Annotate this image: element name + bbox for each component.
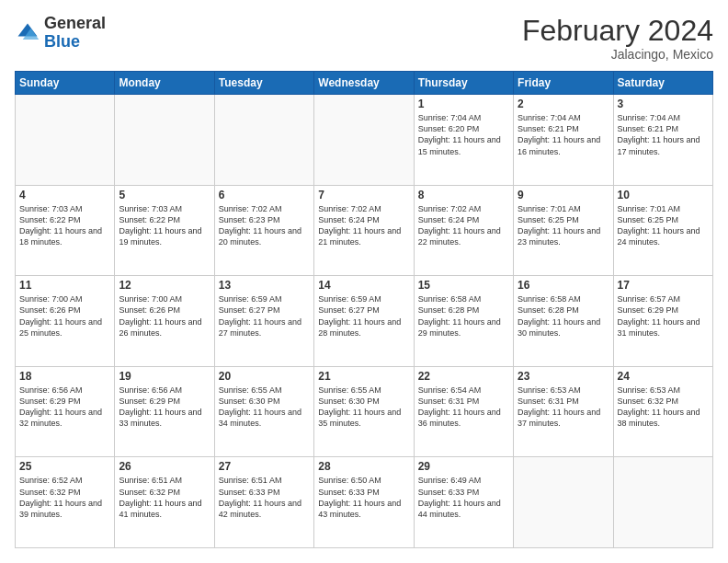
day-number: 28 — [318, 460, 409, 473]
col-friday: Friday — [514, 72, 613, 95]
table-row: 3Sunrise: 7:04 AM Sunset: 6:21 PM Daylig… — [613, 95, 712, 186]
calendar-week-row: 1Sunrise: 7:04 AM Sunset: 6:20 PM Daylig… — [16, 95, 713, 186]
col-sunday: Sunday — [16, 72, 115, 95]
day-number: 6 — [219, 189, 310, 201]
day-number: 5 — [119, 189, 210, 201]
table-row: 12Sunrise: 7:00 AM Sunset: 6:26 PM Dayli… — [115, 276, 214, 367]
day-info: Sunrise: 6:59 AM Sunset: 6:27 PM Dayligh… — [219, 293, 310, 339]
day-info: Sunrise: 6:55 AM Sunset: 6:30 PM Dayligh… — [219, 385, 310, 430]
table-row: 26Sunrise: 6:51 AM Sunset: 6:32 PM Dayli… — [115, 457, 214, 548]
table-row: 20Sunrise: 6:55 AM Sunset: 6:30 PM Dayli… — [214, 366, 313, 457]
table-row: 18Sunrise: 6:56 AM Sunset: 6:29 PM Dayli… — [16, 366, 115, 457]
day-info: Sunrise: 6:56 AM Sunset: 6:29 PM Dayligh… — [19, 385, 110, 430]
day-number: 29 — [418, 460, 509, 473]
table-row: 4Sunrise: 7:03 AM Sunset: 6:22 PM Daylig… — [16, 185, 115, 276]
table-row: 8Sunrise: 7:02 AM Sunset: 6:24 PM Daylig… — [414, 185, 513, 276]
day-info: Sunrise: 6:58 AM Sunset: 6:28 PM Dayligh… — [518, 293, 609, 339]
header: General Blue February 2024 Jalacingo, Me… — [15, 15, 713, 62]
table-row: 15Sunrise: 6:58 AM Sunset: 6:28 PM Dayli… — [414, 276, 513, 367]
day-number: 15 — [418, 279, 509, 292]
col-wednesday: Wednesday — [314, 72, 414, 95]
logo-text: General Blue — [44, 15, 106, 52]
day-info: Sunrise: 7:01 AM Sunset: 6:25 PM Dayligh… — [618, 203, 709, 248]
calendar-week-row: 18Sunrise: 6:56 AM Sunset: 6:29 PM Dayli… — [16, 366, 713, 457]
day-number: 17 — [618, 279, 709, 292]
day-number: 27 — [219, 460, 310, 473]
calendar-header-row: Sunday Monday Tuesday Wednesday Thursday… — [16, 72, 713, 95]
table-row: 23Sunrise: 6:53 AM Sunset: 6:31 PM Dayli… — [514, 366, 613, 457]
day-info: Sunrise: 6:52 AM Sunset: 6:32 PM Dayligh… — [19, 475, 110, 520]
calendar-week-row: 4Sunrise: 7:03 AM Sunset: 6:22 PM Daylig… — [16, 185, 713, 276]
day-number: 4 — [19, 189, 110, 201]
day-info: Sunrise: 7:04 AM Sunset: 6:21 PM Dayligh… — [518, 112, 609, 157]
day-number: 22 — [418, 370, 509, 383]
table-row: 5Sunrise: 7:03 AM Sunset: 6:22 PM Daylig… — [115, 185, 214, 276]
day-number: 1 — [418, 98, 509, 110]
table-row: 10Sunrise: 7:01 AM Sunset: 6:25 PM Dayli… — [613, 185, 712, 276]
day-info: Sunrise: 6:53 AM Sunset: 6:31 PM Dayligh… — [518, 385, 609, 430]
day-number: 19 — [119, 370, 210, 383]
day-info: Sunrise: 6:58 AM Sunset: 6:28 PM Dayligh… — [418, 293, 509, 339]
day-info: Sunrise: 7:01 AM Sunset: 6:25 PM Dayligh… — [518, 203, 609, 248]
table-row: 22Sunrise: 6:54 AM Sunset: 6:31 PM Dayli… — [414, 366, 513, 457]
day-info: Sunrise: 7:03 AM Sunset: 6:22 PM Dayligh… — [19, 203, 110, 248]
table-row: 1Sunrise: 7:04 AM Sunset: 6:20 PM Daylig… — [414, 95, 513, 186]
day-number: 24 — [618, 370, 709, 383]
day-number: 23 — [518, 370, 609, 383]
calendar-table: Sunday Monday Tuesday Wednesday Thursday… — [15, 71, 713, 548]
table-row: 17Sunrise: 6:57 AM Sunset: 6:29 PM Dayli… — [613, 276, 712, 367]
day-info: Sunrise: 7:00 AM Sunset: 6:26 PM Dayligh… — [19, 293, 110, 339]
col-monday: Monday — [115, 72, 214, 95]
day-number: 21 — [318, 370, 409, 383]
title-block: February 2024 Jalacingo, Mexico — [522, 15, 713, 62]
col-saturday: Saturday — [613, 72, 712, 95]
day-info: Sunrise: 7:04 AM Sunset: 6:20 PM Dayligh… — [418, 112, 509, 157]
page: General Blue February 2024 Jalacingo, Me… — [0, 0, 728, 563]
day-number: 25 — [19, 460, 110, 473]
day-number: 11 — [19, 279, 110, 292]
day-number: 2 — [518, 98, 609, 110]
day-number: 8 — [418, 189, 509, 201]
day-info: Sunrise: 7:00 AM Sunset: 6:26 PM Dayligh… — [119, 293, 210, 339]
day-info: Sunrise: 6:51 AM Sunset: 6:33 PM Dayligh… — [219, 475, 310, 520]
col-thursday: Thursday — [414, 72, 513, 95]
logo-icon — [15, 20, 40, 46]
day-number: 13 — [219, 279, 310, 292]
table-row: 16Sunrise: 6:58 AM Sunset: 6:28 PM Dayli… — [514, 276, 613, 367]
table-row — [613, 457, 712, 548]
day-info: Sunrise: 6:50 AM Sunset: 6:33 PM Dayligh… — [318, 475, 409, 520]
day-info: Sunrise: 7:02 AM Sunset: 6:23 PM Dayligh… — [219, 203, 310, 248]
day-info: Sunrise: 6:51 AM Sunset: 6:32 PM Dayligh… — [119, 475, 210, 520]
table-row — [115, 95, 214, 186]
month-year: February 2024 — [522, 15, 713, 47]
day-info: Sunrise: 6:53 AM Sunset: 6:32 PM Dayligh… — [618, 385, 709, 430]
logo-blue: Blue — [44, 32, 80, 51]
day-info: Sunrise: 6:55 AM Sunset: 6:30 PM Dayligh… — [318, 385, 409, 430]
table-row: 24Sunrise: 6:53 AM Sunset: 6:32 PM Dayli… — [613, 366, 712, 457]
day-info: Sunrise: 6:56 AM Sunset: 6:29 PM Dayligh… — [119, 385, 210, 430]
logo: General Blue — [15, 15, 106, 52]
day-info: Sunrise: 7:02 AM Sunset: 6:24 PM Dayligh… — [318, 203, 409, 248]
table-row — [214, 95, 313, 186]
day-info: Sunrise: 6:49 AM Sunset: 6:33 PM Dayligh… — [418, 475, 509, 520]
table-row: 11Sunrise: 7:00 AM Sunset: 6:26 PM Dayli… — [16, 276, 115, 367]
logo-general: General — [44, 14, 106, 32]
day-number: 9 — [518, 189, 609, 201]
day-number: 16 — [518, 279, 609, 292]
calendar-week-row: 25Sunrise: 6:52 AM Sunset: 6:32 PM Dayli… — [16, 457, 713, 548]
day-number: 7 — [318, 189, 409, 201]
table-row: 19Sunrise: 6:56 AM Sunset: 6:29 PM Dayli… — [115, 366, 214, 457]
day-info: Sunrise: 7:02 AM Sunset: 6:24 PM Dayligh… — [418, 203, 509, 248]
table-row — [16, 95, 115, 186]
day-number: 14 — [318, 279, 409, 292]
day-info: Sunrise: 6:57 AM Sunset: 6:29 PM Dayligh… — [618, 293, 709, 339]
table-row: 13Sunrise: 6:59 AM Sunset: 6:27 PM Dayli… — [214, 276, 313, 367]
table-row: 7Sunrise: 7:02 AM Sunset: 6:24 PM Daylig… — [314, 185, 414, 276]
table-row: 2Sunrise: 7:04 AM Sunset: 6:21 PM Daylig… — [514, 95, 613, 186]
calendar-week-row: 11Sunrise: 7:00 AM Sunset: 6:26 PM Dayli… — [16, 276, 713, 367]
day-number: 20 — [219, 370, 310, 383]
day-number: 26 — [119, 460, 210, 473]
table-row: 27Sunrise: 6:51 AM Sunset: 6:33 PM Dayli… — [214, 457, 313, 548]
table-row: 25Sunrise: 6:52 AM Sunset: 6:32 PM Dayli… — [16, 457, 115, 548]
day-info: Sunrise: 6:54 AM Sunset: 6:31 PM Dayligh… — [418, 385, 509, 430]
